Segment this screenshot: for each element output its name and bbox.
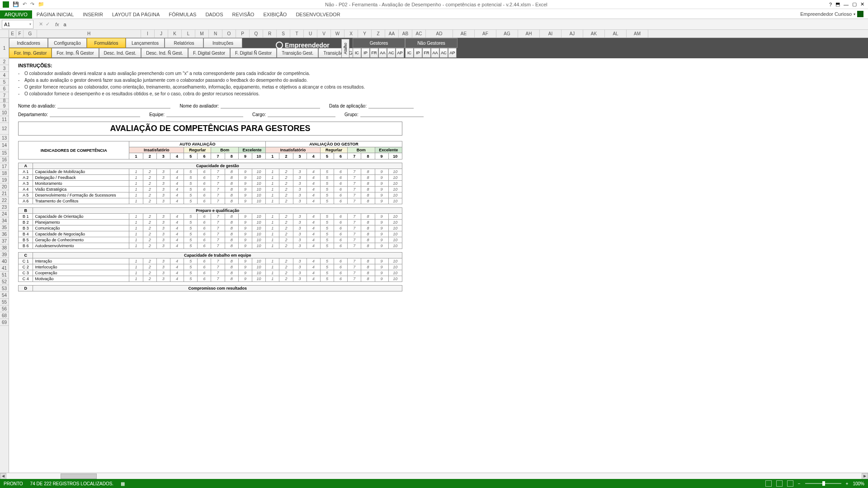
rating-cell[interactable]: 6 bbox=[334, 220, 348, 225]
rating-cell[interactable]: 5 bbox=[320, 231, 334, 237]
rating-cell[interactable]: 2 bbox=[143, 270, 156, 276]
rating-cell[interactable]: 7 bbox=[348, 187, 361, 192]
rating-cell[interactable]: 2 bbox=[279, 258, 293, 264]
rating-cell[interactable]: 2 bbox=[279, 231, 293, 237]
mini-btn-AC[interactable]: AC bbox=[387, 48, 396, 58]
rating-cell[interactable]: 9 bbox=[375, 169, 388, 175]
rating-cell[interactable]: 9 bbox=[375, 237, 388, 243]
rating-cell[interactable]: 5 bbox=[320, 225, 334, 231]
rating-cell[interactable]: 8 bbox=[361, 231, 375, 237]
rating-cell[interactable]: 1 bbox=[129, 231, 143, 237]
rating-cell[interactable]: 6 bbox=[334, 276, 348, 282]
rating-cell[interactable]: 5 bbox=[184, 237, 198, 243]
rating-cell[interactable]: 6 bbox=[334, 258, 348, 264]
col-header-AK[interactable]: AK bbox=[583, 30, 605, 38]
row-header-12[interactable]: 12 bbox=[0, 123, 9, 135]
rating-cell[interactable]: 8 bbox=[225, 198, 238, 204]
rating-cell[interactable]: 1 bbox=[129, 192, 143, 198]
rating-cell[interactable]: 8 bbox=[361, 214, 375, 220]
nav-sub[interactable]: For. Imp. Ñ Gestor bbox=[52, 48, 99, 58]
rating-cell[interactable]: 2 bbox=[143, 220, 156, 225]
rating-cell[interactable]: 10 bbox=[252, 220, 265, 225]
rating-cell[interactable]: 9 bbox=[375, 270, 388, 276]
scroll-track[interactable] bbox=[6, 473, 862, 479]
rating-cell[interactable]: 7 bbox=[348, 231, 361, 237]
rating-cell[interactable]: 10 bbox=[388, 198, 402, 204]
name-box[interactable]: A1 ▾ bbox=[2, 20, 33, 29]
rating-cell[interactable]: 8 bbox=[225, 276, 238, 282]
rating-cell[interactable]: 7 bbox=[211, 231, 225, 237]
rating-cell[interactable]: 8 bbox=[361, 276, 375, 282]
rating-cell[interactable]: 6 bbox=[198, 231, 211, 237]
ribbon-tab-fórmulas[interactable]: FÓRMULAS bbox=[164, 10, 201, 19]
rating-cell[interactable]: 2 bbox=[279, 214, 293, 220]
view-pagebreak-icon[interactable] bbox=[787, 480, 793, 487]
col-header-AA[interactable]: AA bbox=[385, 30, 399, 38]
row-header-1[interactable]: 1 bbox=[0, 38, 9, 58]
rating-cell[interactable]: 4 bbox=[170, 231, 184, 237]
mini-btn-IC[interactable]: IC bbox=[405, 48, 414, 58]
col-header-AC[interactable]: AC bbox=[412, 30, 426, 38]
rating-cell[interactable]: 7 bbox=[348, 220, 361, 225]
rating-cell[interactable]: 5 bbox=[184, 175, 198, 181]
rating-cell[interactable]: 5 bbox=[184, 225, 198, 231]
rating-cell[interactable]: 3 bbox=[293, 258, 307, 264]
rating-cell[interactable]: 4 bbox=[307, 276, 320, 282]
col-header-AD[interactable]: AD bbox=[426, 30, 453, 38]
rating-cell[interactable]: 4 bbox=[307, 258, 320, 264]
rating-cell[interactable]: 4 bbox=[307, 192, 320, 198]
rating-cell[interactable]: 4 bbox=[170, 264, 184, 270]
col-header-Q[interactable]: Q bbox=[250, 30, 263, 38]
rating-cell[interactable]: 1 bbox=[129, 270, 143, 276]
rating-cell[interactable]: 7 bbox=[348, 192, 361, 198]
rating-cell[interactable]: 8 bbox=[225, 192, 238, 198]
field-cargo-value[interactable] bbox=[268, 117, 335, 117]
rating-cell[interactable]: 3 bbox=[156, 220, 170, 225]
col-header-V[interactable]: V bbox=[317, 30, 331, 38]
rating-cell[interactable]: 10 bbox=[388, 220, 402, 225]
col-header-P[interactable]: P bbox=[236, 30, 250, 38]
col-header-O[interactable]: O bbox=[222, 30, 236, 38]
cancel-icon[interactable]: ✕ bbox=[39, 21, 43, 27]
rating-cell[interactable]: 3 bbox=[293, 276, 307, 282]
rating-cell[interactable]: 2 bbox=[143, 237, 156, 243]
row-header-15[interactable]: 15 bbox=[0, 150, 9, 157]
rating-cell[interactable]: 2 bbox=[279, 243, 293, 249]
ribbon-tab-inserir[interactable]: INSERIR bbox=[78, 10, 108, 19]
rating-cell[interactable]: 3 bbox=[293, 231, 307, 237]
nav-relatórios[interactable]: Relatórios bbox=[165, 38, 203, 48]
rating-cell[interactable]: 5 bbox=[320, 198, 334, 204]
rating-cell[interactable]: 7 bbox=[348, 175, 361, 181]
rating-cell[interactable]: 2 bbox=[279, 187, 293, 192]
rating-cell[interactable]: 3 bbox=[293, 225, 307, 231]
rating-cell[interactable]: 6 bbox=[334, 270, 348, 276]
rating-cell[interactable]: 2 bbox=[143, 231, 156, 237]
rating-cell[interactable]: 1 bbox=[266, 225, 279, 231]
row-header-10[interactable]: 10 bbox=[0, 109, 9, 116]
row-header-22[interactable]: 22 bbox=[0, 197, 9, 204]
rating-cell[interactable]: 6 bbox=[198, 198, 211, 204]
rating-cell[interactable]: 10 bbox=[388, 276, 402, 282]
rating-cell[interactable]: 4 bbox=[170, 220, 184, 225]
rating-cell[interactable]: 5 bbox=[320, 243, 334, 249]
rating-cell[interactable]: 8 bbox=[225, 220, 238, 225]
row-header-68[interactable]: 68 bbox=[0, 312, 9, 319]
row-header-19[interactable]: 19 bbox=[0, 177, 9, 183]
rating-cell[interactable]: 9 bbox=[375, 181, 388, 187]
rating-cell[interactable]: 3 bbox=[293, 214, 307, 220]
rating-cell[interactable]: 6 bbox=[334, 225, 348, 231]
rating-cell[interactable]: 8 bbox=[361, 258, 375, 264]
mini-btn-IC[interactable]: IC bbox=[353, 48, 361, 58]
rating-cell[interactable]: 10 bbox=[388, 192, 402, 198]
rating-cell[interactable]: 6 bbox=[198, 181, 211, 187]
view-normal-icon[interactable] bbox=[765, 480, 772, 487]
rating-cell[interactable]: 8 bbox=[361, 237, 375, 243]
rating-cell[interactable]: 6 bbox=[334, 192, 348, 198]
row-header-54[interactable]: 54 bbox=[0, 292, 9, 299]
rating-cell[interactable]: 5 bbox=[320, 192, 334, 198]
field-equipe-value[interactable] bbox=[166, 117, 243, 117]
rating-cell[interactable]: 6 bbox=[334, 187, 348, 192]
rating-cell[interactable]: 4 bbox=[307, 181, 320, 187]
rating-cell[interactable]: 9 bbox=[238, 270, 252, 276]
rating-cell[interactable]: 1 bbox=[129, 276, 143, 282]
